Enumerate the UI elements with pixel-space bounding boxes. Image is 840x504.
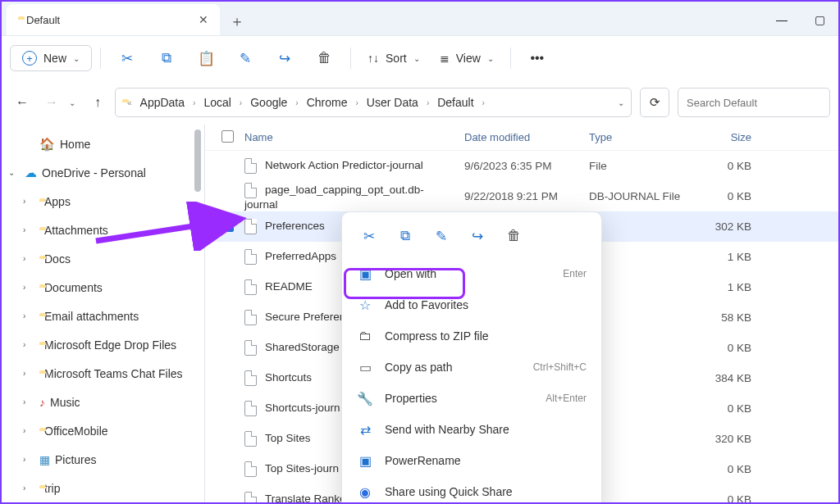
- sidebar-scrollbar[interactable]: [194, 125, 203, 502]
- ctx-label: Send with Nearby Share: [385, 423, 509, 436]
- chevron-right-icon[interactable]: ›: [23, 484, 34, 493]
- address-dropdown[interactable]: ⌄: [618, 98, 624, 107]
- crumb-chrome[interactable]: Chrome: [304, 94, 351, 111]
- column-headers: Name Date modified Type Size: [205, 125, 838, 151]
- sidebar-item-home[interactable]: 🏠 Home: [2, 129, 204, 158]
- ctx-compress[interactable]: 🗀 Compress to ZIP file: [347, 320, 596, 352]
- row-date: 9/22/2018 9:21 PM: [458, 190, 582, 202]
- cut-button[interactable]: ✂: [109, 43, 145, 73]
- search-input[interactable]: [678, 88, 830, 117]
- sidebar-item[interactable]: ›OfficeMobile: [2, 416, 204, 445]
- copy-button[interactable]: ⧉: [148, 43, 185, 73]
- back-button[interactable]: ←: [10, 90, 34, 115]
- column-date[interactable]: Date modified: [458, 131, 582, 143]
- column-name[interactable]: Name: [238, 131, 458, 143]
- sidebar-item[interactable]: ›Microsoft Teams Chat Files: [2, 359, 204, 388]
- history-chevron[interactable]: ⌄: [69, 98, 75, 107]
- sidebar-label: Music: [50, 396, 80, 409]
- ctx-copy-button[interactable]: ⧉: [388, 222, 422, 250]
- sidebar-item[interactable]: ›Documents: [2, 273, 204, 302]
- ctx-nearby-share[interactable]: ⇄ Send with Nearby Share: [347, 414, 596, 445]
- ctx-label: Properties: [385, 392, 437, 405]
- address-bar[interactable]: « AppData › Local › Google › Chrome › Us…: [115, 88, 632, 117]
- ctx-favorites[interactable]: ☆ Add to Favorites: [347, 289, 596, 320]
- sidebar-item[interactable]: ›Email attachments: [2, 302, 204, 330]
- sidebar-item[interactable]: ›♪Music: [2, 388, 204, 416]
- column-type[interactable]: Type: [582, 131, 687, 143]
- wrench-icon: 🔧: [357, 391, 373, 406]
- context-menu: ✂ ⧉ ✎ ↪ 🗑 ▣ Open with Enter ☆ Add to Fav…: [341, 211, 602, 504]
- paste-button[interactable]: 📋: [188, 43, 224, 73]
- crumb-userdata[interactable]: User Data: [363, 94, 422, 111]
- sidebar-item[interactable]: ›Apps: [2, 187, 204, 216]
- tab-default[interactable]: Default ✕: [7, 4, 220, 35]
- file-icon: [244, 183, 257, 198]
- chevron-right-icon[interactable]: ›: [23, 397, 34, 406]
- chevron-right-icon[interactable]: ›: [23, 283, 34, 292]
- ctx-powerrename[interactable]: ▣ PowerRename: [347, 445, 596, 476]
- more-button[interactable]: •••: [519, 43, 555, 73]
- delete-button[interactable]: 🗑: [306, 43, 342, 73]
- sidebar-item[interactable]: ›Attachments: [2, 216, 204, 244]
- crumb-local[interactable]: Local: [200, 94, 234, 111]
- ctx-quick-share[interactable]: ◉ Share using Quick Share: [347, 476, 596, 504]
- column-size[interactable]: Size: [687, 131, 758, 143]
- ctx-share-button[interactable]: ↪: [460, 222, 495, 250]
- separator: [510, 48, 511, 69]
- ctx-open-with[interactable]: ▣ Open with Enter: [347, 258, 596, 289]
- ctx-rename-button[interactable]: ✎: [424, 222, 459, 250]
- sidebar-label: trip: [44, 482, 60, 495]
- chevron-right-icon[interactable]: ›: [23, 426, 34, 435]
- row-size: 58 KB: [687, 311, 758, 324]
- row-size: 0 KB: [687, 160, 758, 172]
- sidebar-label: Documents: [44, 281, 103, 294]
- view-button[interactable]: ≣ View ⌄: [431, 47, 502, 70]
- chevron-right-icon[interactable]: ›: [23, 197, 34, 206]
- row-size: 0 KB: [687, 190, 758, 202]
- chevron-right-icon[interactable]: ›: [23, 225, 34, 234]
- ctx-properties[interactable]: 🔧 Properties Alt+Enter: [347, 383, 596, 414]
- crumb-appdata[interactable]: AppData: [137, 94, 188, 111]
- row-size: 0 KB: [687, 463, 758, 475]
- table-row[interactable]: Network Action Predictor-journal9/6/2023…: [205, 151, 838, 181]
- chevron-right-icon[interactable]: ›: [23, 455, 34, 464]
- new-button[interactable]: + New ⌄: [10, 45, 92, 71]
- maximize-button[interactable]: ▢: [801, 4, 838, 35]
- ctx-label: Open with: [385, 267, 436, 280]
- sidebar-item[interactable]: ›Microsoft Edge Drop Files: [2, 330, 204, 359]
- chevron-right-icon[interactable]: ›: [23, 369, 34, 378]
- sort-button[interactable]: ↑↓ Sort ⌄: [359, 47, 428, 70]
- rename-button[interactable]: ✎: [227, 43, 263, 73]
- sidebar-item[interactable]: ›trip: [2, 474, 204, 502]
- row-size: 0 KB: [687, 342, 758, 354]
- minimize-button[interactable]: —: [763, 4, 801, 35]
- up-button[interactable]: ↑: [85, 90, 110, 115]
- ctx-shortcut: Ctrl+Shift+C: [533, 361, 587, 373]
- chevron-right-icon[interactable]: ›: [23, 340, 34, 349]
- chevron-down-icon[interactable]: ⌄: [8, 168, 20, 177]
- column-check[interactable]: [215, 130, 238, 145]
- sidebar-item[interactable]: ›Docs: [2, 244, 204, 273]
- sidebar-item-onedrive[interactable]: ⌄ ☁ OneDrive - Personal: [2, 158, 204, 187]
- sidebar-label: Pictures: [55, 453, 97, 466]
- row-size: 302 KB: [687, 220, 758, 233]
- row-check[interactable]: [215, 220, 238, 234]
- ctx-cut-button[interactable]: ✂: [352, 222, 386, 250]
- ctx-copy-path[interactable]: ▭ Copy as path Ctrl+Shift+C: [347, 352, 596, 383]
- crumb-default[interactable]: Default: [434, 94, 477, 111]
- share-button[interactable]: ↪: [267, 43, 303, 73]
- chevron-right-icon[interactable]: ›: [23, 311, 34, 320]
- crumb-google[interactable]: Google: [247, 94, 290, 111]
- table-row[interactable]: page_load_capping_opt_out.db-journal9/22…: [205, 181, 838, 211]
- file-icon: [244, 431, 257, 447]
- row-size: 320 KB: [687, 433, 758, 445]
- ctx-delete-button[interactable]: 🗑: [496, 222, 531, 250]
- chevron-right-icon[interactable]: ›: [23, 254, 34, 263]
- row-name: page_load_capping_opt_out.db-journal: [238, 183, 458, 211]
- forward-button[interactable]: →: [39, 90, 64, 115]
- ctx-label: PowerRename: [385, 454, 461, 467]
- close-tab-icon[interactable]: ✕: [199, 13, 208, 26]
- refresh-button[interactable]: ⟳: [640, 88, 669, 117]
- new-tab-button[interactable]: ＋: [223, 7, 251, 35]
- sidebar-item[interactable]: ›▦Pictures: [2, 445, 204, 474]
